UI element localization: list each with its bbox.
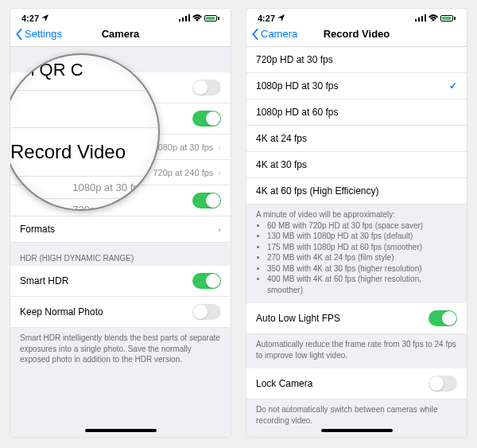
battery-icon — [204, 15, 219, 21]
video-option-row[interactable]: 1080p HD at 60 fps — [246, 99, 467, 126]
svg-rect-7 — [425, 14, 426, 21]
status-bar: 4:27 — [10, 9, 231, 23]
back-button[interactable]: Camera — [251, 28, 297, 40]
option-label: 1080p HD at 30 fps — [256, 80, 338, 92]
row-detail: 720p at 240 fps — [153, 168, 213, 177]
wifi-icon — [429, 14, 438, 23]
toggle[interactable] — [192, 193, 221, 208]
options-list: 720p HD at 30 fps1080p HD at 30 fps✓1080… — [246, 47, 467, 437]
row-toggle-a[interactable] — [10, 72, 231, 103]
size-note-item: 130 MB with 1080p HD at 30 fps (default) — [267, 231, 457, 242]
toggle-lock-camera[interactable] — [429, 376, 457, 392]
signal-icon — [415, 14, 426, 23]
size-note-item: 175 MB with 1080p HD at 60 fps (smoother… — [267, 242, 457, 253]
section-header-hdr: HDR (HIGH DYNAMIC RANGE) — [10, 243, 231, 266]
signal-icon — [179, 14, 190, 23]
settings-list: › 1080p at 30 fps› 720p at 240 fps› Form… — [10, 47, 231, 437]
video-option-row[interactable]: 720p HD at 30 fps — [246, 47, 467, 73]
size-note-list: 60 MB with 720p HD at 30 fps (space save… — [256, 220, 457, 296]
chevron-right-icon: › — [218, 142, 221, 152]
auto-low-light-note: Automatically reduce the frame rate from… — [246, 334, 467, 368]
location-arrow-icon — [277, 14, 285, 23]
row-formats[interactable]: Formats › — [10, 216, 231, 243]
battery-icon — [440, 15, 456, 21]
toggle-keep-normal[interactable] — [192, 304, 221, 320]
row-label: Smart HDR — [20, 275, 68, 286]
size-note: A minute of video will be approximately:… — [246, 205, 467, 303]
svg-rect-0 — [179, 19, 180, 21]
size-note-item: 400 MB with 4K at 60 fps (higher resolut… — [267, 274, 457, 295]
row-detail: 1080p at 30 fps — [153, 142, 213, 152]
svg-rect-2 — [185, 16, 187, 21]
hdr-description: Smart HDR intelligently blends the best … — [10, 328, 231, 373]
video-option-row[interactable]: 1080p HD at 30 fps✓ — [246, 73, 467, 99]
toggle[interactable] — [192, 80, 221, 95]
location-arrow-icon — [41, 14, 48, 23]
row-record-slomo[interactable]: 720p at 240 fps› — [10, 160, 231, 185]
home-indicator[interactable] — [321, 429, 393, 432]
row-keep-normal-photo[interactable]: Keep Normal Photo — [10, 297, 231, 328]
screenshot-record-video: 4:27 Camera Record Video 720p HD at 30 f… — [246, 8, 467, 438]
home-indicator[interactable] — [85, 429, 157, 432]
size-note-item: 350 MB with 4K at 30 fps (higher resolut… — [267, 263, 457, 275]
toggle[interactable] — [192, 111, 221, 127]
option-label: 4K at 60 fps (High Efficiency) — [256, 185, 379, 197]
chevron-left-icon — [15, 29, 23, 40]
wifi-icon — [192, 14, 202, 23]
chevron-right-icon: › — [218, 168, 221, 177]
toggle-smart-hdr[interactable] — [192, 273, 221, 289]
option-label: 1080p HD at 60 fps — [256, 107, 338, 118]
back-button[interactable]: Settings — [15, 28, 62, 40]
nav-title: Record Video — [324, 28, 390, 40]
row-toggle-b[interactable] — [10, 103, 231, 134]
video-option-row[interactable]: 4K at 60 fps (High Efficiency) — [246, 178, 467, 205]
status-time: 4:27 — [258, 14, 275, 23]
svg-rect-4 — [415, 19, 417, 21]
status-bar: 4:27 — [246, 9, 467, 23]
svg-rect-1 — [182, 18, 184, 21]
check-icon: ✓ — [449, 80, 457, 92]
option-label: 4K at 30 fps — [256, 159, 307, 170]
back-label: Camera — [261, 28, 297, 40]
nav-bar: Camera Record Video — [246, 23, 467, 47]
row-label: Auto Low Light FPS — [256, 313, 340, 324]
chevron-left-icon — [251, 29, 259, 40]
svg-rect-5 — [418, 18, 420, 21]
option-label: 720p HD at 30 fps — [256, 54, 333, 65]
nav-bar: Settings Camera — [10, 23, 231, 47]
video-option-row[interactable]: 4K at 30 fps — [246, 152, 467, 178]
size-note-item: 270 MB with 4K at 24 fps (film style) — [267, 252, 457, 263]
toggle-auto-low-light[interactable] — [429, 310, 457, 326]
row-record-video[interactable]: 1080p at 30 fps› — [10, 134, 231, 160]
chevron-right-icon: › — [218, 224, 221, 234]
option-label: 4K at 24 fps — [256, 133, 307, 144]
video-option-row[interactable]: 4K at 24 fps — [246, 126, 467, 152]
svg-rect-3 — [188, 14, 190, 21]
row-smart-hdr[interactable]: Smart HDR — [10, 266, 231, 297]
screenshot-camera-settings: 4:27 Settings Camera › — [10, 8, 231, 438]
nav-title: Camera — [102, 28, 140, 40]
back-label: Settings — [25, 28, 62, 40]
size-note-intro: A minute of video will be approximately: — [256, 209, 457, 220]
status-time: 4:27 — [21, 14, 39, 23]
row-lock-camera[interactable]: Lock Camera — [246, 368, 467, 399]
size-note-item: 60 MB with 720p HD at 30 fps (space save… — [267, 220, 457, 232]
row-label: Lock Camera — [256, 378, 312, 389]
row-label: Formats — [20, 224, 55, 235]
row-auto-low-light[interactable]: Auto Low Light FPS — [246, 303, 467, 334]
row-label: Keep Normal Photo — [20, 306, 103, 317]
row-toggle-c[interactable] — [10, 185, 231, 216]
svg-rect-6 — [421, 16, 423, 21]
